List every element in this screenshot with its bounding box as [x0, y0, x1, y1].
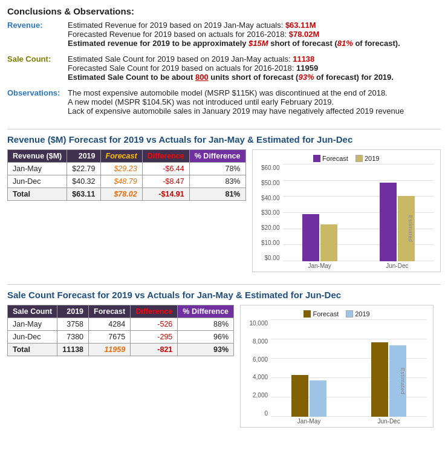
estimated-label-sc: Estimated: [400, 368, 406, 395]
observations-table: Revenue: Estimated Revenue for 2019 base…: [7, 20, 441, 118]
salecount-lines: Estimated Sale Count for 2019 based on 2…: [68, 54, 441, 84]
revenue-chart-legend: Forecast 2019: [259, 155, 435, 162]
legend-2019-label: 2019: [365, 155, 379, 162]
rev-bar-forecast-janmay: [302, 214, 319, 261]
sc-group-jundec: Estimated: [351, 342, 427, 417]
legend-forecast-box: [313, 155, 320, 162]
sc-cell-jundec-label: Jun-Dec: [8, 331, 57, 344]
sc-col-name: Sale Count: [8, 305, 57, 318]
sc-cell-jundec-2019: 7380: [57, 331, 89, 344]
revenue-label: Revenue:: [7, 20, 68, 50]
rev-cell-jundec-pct: 83%: [189, 175, 245, 188]
estimated-label-rev: Estimated: [408, 215, 414, 243]
sc-total-2019: 11138: [57, 344, 89, 356]
sc-total-pct: 93%: [178, 344, 234, 356]
revenue-row: Revenue: Estimated Revenue for 2019 base…: [7, 20, 441, 50]
sc-col-2019: 2019: [57, 305, 89, 318]
obs-line3: Lack of expensive automobile sales in Ja…: [68, 106, 438, 116]
salecount-section: Sale Count Forecast for 2019 vs Actuals …: [7, 284, 441, 428]
revenue-line1: Estimated Revenue for 2019 based on 2019…: [68, 21, 438, 30]
sc-bar-forecast-janmay: [291, 375, 308, 417]
rev-row-janmay: Jan-May $22.79 $29.23 -$6.44 78%: [8, 163, 246, 175]
sc-legend-2019-box: [346, 310, 353, 318]
salecount-chart-area: Sale Count 2019 Forecast Difference % Di…: [7, 305, 441, 428]
revenue-section: Revenue ($M) Forecast for 2019 vs Actual…: [7, 129, 441, 272]
revenue-chart-inner: $60.00 $50.00 $40.00 $30.00 $20.00 $10.0…: [259, 165, 435, 269]
sc-row-janmay: Jan-May 3758 4284 -526 88%: [8, 318, 234, 331]
rev-cell-jundec-diff: -$8.47: [142, 175, 189, 188]
salecount-row: Sale Count: Estimated Sale Count for 201…: [7, 54, 441, 84]
rev-row-jundec: Jun-Dec $40.32 $48.79 -$8.47 83%: [8, 175, 246, 188]
rev-group-jundec: Estimated: [360, 183, 434, 261]
legend-forecast-label: Forecast: [322, 155, 348, 162]
salecount-table: Sale Count 2019 Forecast Difference % Di…: [7, 305, 234, 356]
sc-cell-janmay-forecast: 4284: [89, 318, 131, 331]
sc-legend-forecast-box: [304, 310, 311, 318]
revenue-section-title: Revenue ($M) Forecast for 2019 vs Actual…: [7, 129, 441, 145]
rev-cell-janmay-2019: $22.79: [67, 163, 100, 175]
sc-bar-2019-janmay: [310, 380, 326, 417]
sc-bar-forecast-jundec: [371, 342, 388, 417]
rev-total-label: Total: [8, 188, 67, 201]
sc-row-jundec: Jun-Dec 7380 7675 -295 96%: [8, 331, 234, 344]
rev-cell-janmay-diff: -$6.44: [142, 163, 189, 175]
salecount-line1: Estimated Sale Count for 2019 based on 2…: [68, 54, 438, 64]
sc-col-diff: Difference: [131, 305, 178, 318]
sc-cell-janmay-2019: 3758: [57, 318, 89, 331]
salecount-section-title: Sale Count Forecast for 2019 vs Actuals …: [7, 284, 441, 300]
x-label-janmay-rev: Jan-May: [283, 262, 357, 269]
conclusions-title: Conclusions & Observations:: [7, 6, 441, 16]
sc-total-label: Total: [8, 344, 57, 356]
revenue-y-axis: $60.00 $50.00 $40.00 $30.00 $20.00 $10.0…: [259, 165, 282, 261]
rev-bar-forecast-jundec: [380, 183, 397, 261]
revenue-table: Revenue ($M) 2019 Forecast Difference % …: [7, 149, 246, 201]
rev-cell-janmay-forecast: $29.23: [100, 163, 142, 175]
revenue-line3: Estimated revenue for 2019 to be approxi…: [68, 39, 438, 48]
sc-legend-2019-label: 2019: [355, 310, 369, 318]
rev-total-forecast: $78.02: [100, 188, 142, 201]
rev-total-2019: $63.11: [67, 188, 100, 201]
salecount-label: Sale Count:: [7, 54, 68, 84]
rev-cell-jundec-2019: $40.32: [67, 175, 100, 188]
sc-cell-jundec-pct: 96%: [178, 331, 234, 344]
revenue-line2: Forecasted Revenue for 2019 based on act…: [68, 30, 438, 39]
legend-2019: 2019: [355, 155, 379, 162]
sc-group-janmay: [271, 375, 347, 417]
revenue-x-labels: Jan-May Jun-Dec: [259, 262, 435, 269]
sc-cell-janmay-pct: 88%: [178, 318, 234, 331]
sc-cell-janmay-diff: -526: [131, 318, 178, 331]
revenue-bar-chart: Forecast 2019 $60.00 $50.00 $40.00 $30.0…: [252, 149, 441, 272]
rev-bar-2019-jundec: Estimated: [398, 196, 415, 261]
sc-total-diff: -821: [131, 344, 178, 356]
obs-line2: A new model (MSPR $104.5K) was not intro…: [68, 97, 438, 106]
sc-row-total: Total 11138 11959 -821 93%: [8, 344, 234, 356]
salecount-chart-legend: Forecast 2019: [247, 310, 427, 318]
rev-group-janmay: [283, 214, 357, 261]
salecount-chart-inner: 10,000 8,000 6,000 4,000 2,000 0: [247, 320, 427, 425]
rev-cell-janmay-label: Jan-May: [8, 163, 67, 175]
sc-bar-2019-jundec: Estimated: [389, 345, 406, 417]
sc-legend-forecast: Forecast: [304, 310, 339, 318]
x-label-jundec-rev: Jun-Dec: [360, 262, 434, 269]
rev-col-2019: 2019: [67, 150, 100, 163]
rev-col-forecast: Forecast: [100, 150, 142, 163]
sc-col-forecast: Forecast: [89, 305, 131, 318]
salecount-line3: Estimated Sale Count to be about 800 uni…: [68, 73, 438, 82]
salecount-bar-chart: Forecast 2019 10,000 8,000 6,000 4,000 2…: [240, 305, 433, 428]
sc-legend-2019: 2019: [346, 310, 369, 318]
rev-cell-jundec-forecast: $48.79: [100, 175, 142, 188]
sc-cell-janmay-label: Jan-May: [8, 318, 57, 331]
sc-cell-jundec-diff: -295: [131, 331, 178, 344]
sc-col-pct: % Difference: [178, 305, 234, 318]
x-label-jundec-sc: Jun-Dec: [351, 418, 427, 425]
sc-legend-forecast-label: Forecast: [313, 310, 339, 318]
salecount-line2: Forecasted Sale Count for 2019 based on …: [68, 64, 438, 73]
observations-label: Observations:: [7, 88, 68, 118]
rev-col-pct: % Difference: [189, 150, 245, 163]
sc-total-forecast: 11959: [89, 344, 131, 356]
rev-total-diff: -$14.91: [142, 188, 189, 201]
x-label-janmay-sc: Jan-May: [271, 418, 347, 425]
rev-cell-jundec-label: Jun-Dec: [8, 175, 67, 188]
rev-bar-2019-janmay: [320, 224, 337, 261]
observations-lines: The most expensive automobile model (MSR…: [68, 88, 441, 118]
